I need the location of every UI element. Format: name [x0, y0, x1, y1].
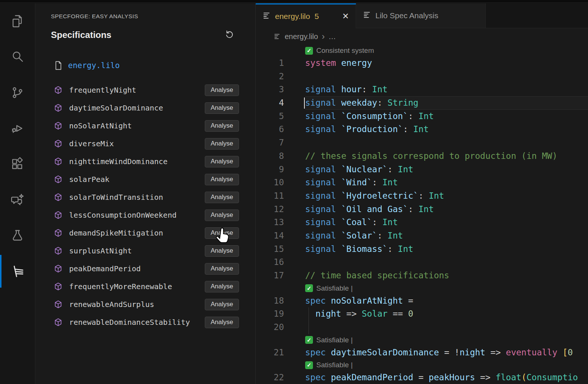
- code-line[interactable]: 12signal `Oil and Gas`: Int: [256, 203, 588, 216]
- search-icon[interactable]: [0, 39, 35, 75]
- code-line[interactable]: 16: [256, 256, 588, 269]
- code-lens-text[interactable]: Satisfiable |: [316, 284, 353, 292]
- spec-item: frequentlyMoreRenewableAnalyse: [35, 278, 255, 295]
- indent-guide: [308, 307, 309, 321]
- tab-energy-lilo[interactable]: energy.lilo 5 ✕: [256, 3, 356, 28]
- code-area[interactable]: ✓Consistent system1system energy23signal…: [256, 45, 588, 384]
- code-line[interactable]: 14signal `Solar`: Int: [256, 229, 588, 243]
- line-content: night => Solar == 0: [305, 307, 588, 321]
- analyse-button[interactable]: Analyse: [205, 156, 239, 167]
- line-number: 5: [256, 110, 284, 123]
- extensions-icon[interactable]: [0, 146, 35, 182]
- code-line[interactable]: 20: [256, 321, 588, 334]
- line-number: 3: [256, 83, 284, 96]
- line-number: 6: [256, 123, 284, 136]
- specforge-icon[interactable]: [0, 253, 35, 289]
- analyse-button[interactable]: Analyse: [205, 281, 239, 292]
- breadcrumb-file[interactable]: energy.lilo: [285, 32, 318, 41]
- explorer-files-icon[interactable]: [0, 3, 35, 39]
- code-line[interactable]: 15signal `Biomass`: Int: [256, 243, 588, 256]
- refresh-button[interactable]: [224, 29, 235, 41]
- line-content: spec daytimeSolarDominance = !night => e…: [305, 346, 588, 359]
- section-title: Specifications: [51, 30, 112, 40]
- code-line[interactable]: 4signal weekday: String: [256, 96, 588, 110]
- code-lens-text[interactable]: Satisfiable |: [316, 336, 353, 344]
- analyse-button[interactable]: Analyse: [205, 138, 239, 150]
- testing-beaker-icon[interactable]: [0, 218, 35, 253]
- symbol-cube-icon: [53, 228, 63, 238]
- analyse-button[interactable]: Analyse: [205, 209, 239, 221]
- code-lens[interactable]: ✓Satisfiable |: [256, 282, 588, 294]
- analyse-button[interactable]: Analyse: [205, 174, 239, 185]
- lilo-file-icon: [274, 33, 281, 40]
- source-control-icon[interactable]: [0, 75, 35, 111]
- analyse-button[interactable]: Analyse: [205, 299, 239, 310]
- code-line[interactable]: 13signal `Coal`: Int: [256, 216, 588, 229]
- line-content: signal weekday: String: [305, 96, 588, 110]
- code-line[interactable]: 22spec peakDemandPeriod = peakHours => f…: [256, 371, 588, 384]
- code-line[interactable]: 8// these signals correspond to producti…: [256, 150, 588, 163]
- analyse-button[interactable]: Analyse: [205, 227, 239, 239]
- code-line[interactable]: 3signal hour: Int: [256, 83, 588, 96]
- analyse-button[interactable]: Analyse: [205, 317, 239, 328]
- line-number: 14: [256, 229, 284, 243]
- analyse-button[interactable]: Analyse: [205, 245, 239, 257]
- breadcrumb[interactable]: energy.lilo › …: [256, 28, 588, 45]
- line-number: 1: [256, 57, 284, 70]
- code-line[interactable]: 18spec noSolarAtNight =: [256, 294, 588, 308]
- symbol-cube-icon: [53, 139, 63, 149]
- file-item[interactable]: energy.lilo: [35, 59, 255, 72]
- code-line[interactable]: 2: [256, 70, 588, 83]
- spec-item: frequentlyNightAnalyse: [35, 81, 255, 99]
- line-content: [305, 321, 588, 334]
- spec-item: renewableDominanceStabilityAnalyse: [35, 313, 255, 331]
- line-number: 19: [256, 307, 284, 321]
- code-line[interactable]: 10signal `Wind`: Int: [256, 176, 588, 189]
- analyse-button[interactable]: Analyse: [205, 263, 239, 275]
- text-cursor: [304, 97, 305, 109]
- line-content: signal `Consumption`: Int: [305, 110, 588, 123]
- line-content: [305, 136, 588, 150]
- line-content: signal `Oil and Gas`: Int: [305, 203, 588, 216]
- line-number: 17: [256, 269, 284, 282]
- code-lens[interactable]: ✓Satisfiable |: [256, 334, 588, 346]
- breadcrumb-more[interactable]: …: [329, 32, 336, 41]
- spec-name: lessConsumptionOnWeekend: [69, 211, 177, 220]
- chevron-right-icon: ›: [322, 31, 325, 42]
- indent-guide: [308, 321, 309, 334]
- code-line[interactable]: 9signal `Nuclear`: Int: [256, 163, 588, 176]
- chat-sparkle-icon[interactable]: [0, 182, 35, 218]
- code-line[interactable]: 6signal `Production`: Int: [256, 123, 588, 136]
- spec-name: renewableDominanceStability: [69, 318, 190, 327]
- code-lens[interactable]: ✓Consistent system: [256, 45, 588, 57]
- spec-name: surplusAtNight: [69, 246, 132, 255]
- spec-item: renewableAndSurplusAnalyse: [35, 295, 255, 313]
- spec-item: noSolarAtNightAnalyse: [35, 117, 255, 135]
- code-line[interactable]: 1system energy: [256, 57, 588, 70]
- tab-label: Lilo Spec Analysis: [375, 11, 438, 20]
- run-debug-icon[interactable]: [0, 111, 35, 146]
- analyse-button[interactable]: Analyse: [205, 192, 239, 203]
- code-line[interactable]: 21spec daytimeSolarDominance = !night =>…: [256, 346, 588, 359]
- code-lens-text[interactable]: Consistent system: [316, 47, 374, 55]
- spec-name: renewableAndSurplus: [69, 300, 154, 309]
- file-name: energy.lilo: [68, 61, 120, 70]
- tab-badge: 5: [314, 12, 319, 21]
- code-line[interactable]: 19 night => Solar == 0: [256, 307, 588, 321]
- analyse-button[interactable]: Analyse: [205, 84, 239, 96]
- code-line[interactable]: 5signal `Consumption`: Int: [256, 110, 588, 123]
- analyse-button[interactable]: Analyse: [205, 102, 239, 114]
- line-content: spec peakDemandPeriod = peakHours => flo…: [305, 371, 588, 384]
- tab-lilo-spec-analysis[interactable]: Lilo Spec Analysis: [356, 3, 486, 28]
- code-lens-text[interactable]: Satisfiable |: [316, 361, 353, 369]
- line-number: 2: [256, 70, 284, 83]
- workbench: SPECFORGE: EASY ANALYSIS Specifications …: [0, 3, 588, 384]
- analyse-button[interactable]: Analyse: [205, 120, 239, 132]
- code-line[interactable]: 7: [256, 136, 588, 150]
- code-lens[interactable]: ✓Satisfiable |: [256, 359, 588, 371]
- close-icon[interactable]: ✕: [342, 12, 349, 21]
- code-line[interactable]: 17// time based specifications: [256, 269, 588, 282]
- line-content: signal `Hydroelectric`: Int: [305, 189, 588, 203]
- check-icon: ✓: [305, 361, 313, 369]
- code-line[interactable]: 11signal `Hydroelectric`: Int: [256, 189, 588, 203]
